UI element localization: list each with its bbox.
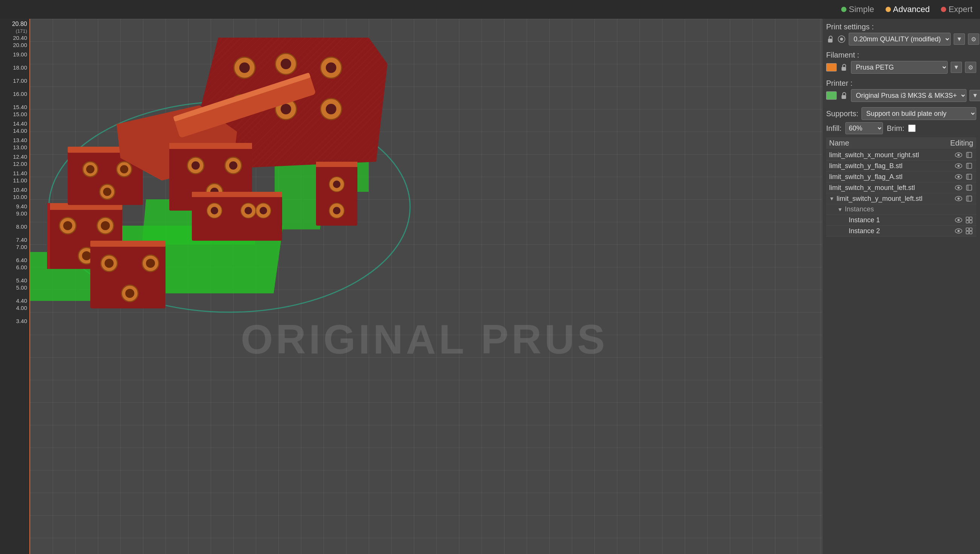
svg-point-63 bbox=[245, 207, 252, 214]
printer-lock-icon bbox=[840, 91, 848, 100]
obj-name-3: limit_switch_y_flag_A.stl bbox=[829, 173, 955, 181]
main-area: 20.80(171) 20.40 20.00 19.00 18.00 17.00… bbox=[0, 19, 980, 554]
ruler-tick-1140: 11.40 bbox=[0, 170, 29, 177]
ruler-tick-1800: 18.00 bbox=[0, 64, 29, 71]
mode-simple[interactable]: Simple bbox=[841, 5, 874, 14]
edit-icon-5[interactable] bbox=[965, 194, 973, 203]
brim-checkbox[interactable] bbox=[908, 124, 916, 132]
infill-select[interactable]: 60% bbox=[845, 122, 883, 134]
obj-actions-4 bbox=[955, 183, 973, 192]
instance-edit-icon-1[interactable] bbox=[965, 216, 973, 224]
instance-name-2: Instance 2 bbox=[849, 227, 955, 235]
svg-rect-108 bbox=[969, 228, 972, 231]
ruler-tick-1040: 10.40 bbox=[0, 186, 29, 193]
ruler-tick-600: 6.00 bbox=[0, 264, 29, 271]
eye-icon-4[interactable] bbox=[955, 183, 963, 192]
svg-rect-101 bbox=[966, 217, 969, 220]
ruler-tick-500: 5.00 bbox=[0, 284, 29, 291]
edit-icon-3[interactable] bbox=[965, 173, 973, 181]
instance-eye-icon-1[interactable] bbox=[955, 216, 963, 224]
obj-item-4[interactable]: limit_switch_x_mount_left.stl bbox=[826, 182, 976, 193]
eye-icon-1[interactable] bbox=[955, 151, 963, 159]
ruler-tick-1400: 14.00 bbox=[0, 127, 29, 134]
obj-item-1[interactable]: limit_switch_x_mount_right.stl bbox=[826, 150, 976, 161]
supports-select[interactable]: Support on build plate only bbox=[862, 107, 976, 120]
obj-actions-5 bbox=[955, 194, 973, 203]
eye-icon-2[interactable] bbox=[955, 162, 963, 170]
instance-eye-icon-2[interactable] bbox=[955, 227, 963, 235]
svg-point-15 bbox=[82, 251, 91, 260]
ruler-tick-800: 8.00 bbox=[0, 223, 29, 230]
mode-advanced[interactable]: Advanced bbox=[886, 5, 930, 14]
obj-item-2[interactable]: limit_switch_y_flag_B.stl bbox=[826, 161, 976, 172]
ruler-tick-1240: 12.40 bbox=[0, 153, 29, 160]
right-panel: Print settings : 0.20mm QUALITY (modifie… bbox=[822, 19, 980, 554]
svg-point-92 bbox=[958, 186, 960, 189]
top-bar: Simple Advanced Expert bbox=[0, 0, 980, 19]
instances-header: ▼ Instances bbox=[826, 204, 976, 215]
ruler-tick-2080: 20.80(171) bbox=[0, 21, 29, 34]
obj-name-2: limit_switch_y_flag_B.stl bbox=[829, 162, 955, 170]
printer-row: Original Prusa i3 MK3S & MK3S+ ▼ ⚙ bbox=[826, 89, 976, 102]
svg-rect-9 bbox=[47, 203, 50, 269]
obj-name-4: limit_switch_x_mount_left.stl bbox=[829, 184, 955, 192]
svg-rect-59 bbox=[192, 192, 282, 197]
3d-viewport[interactable]: ORIGINAL PRUS bbox=[30, 19, 822, 554]
editing-col-header: Editing bbox=[943, 139, 973, 147]
printer-dropdown[interactable]: ▼ bbox=[969, 90, 980, 101]
svg-point-53 bbox=[191, 161, 200, 170]
object-list: limit_switch_x_mount_right.stl limit_swi… bbox=[826, 150, 976, 237]
print-quality-row: 0.20mm QUALITY (modified) ▼ ⚙ bbox=[826, 33, 976, 46]
instance-item-2[interactable]: Instance 2 bbox=[826, 226, 976, 237]
edit-icon-1[interactable] bbox=[965, 151, 973, 159]
svg-point-69 bbox=[333, 180, 341, 188]
y-ruler: 20.80(171) 20.40 20.00 19.00 18.00 17.00… bbox=[0, 19, 30, 554]
svg-point-23 bbox=[103, 188, 112, 196]
ruler-tick-1700: 17.00 bbox=[0, 78, 29, 84]
ruler-tick-1540: 15.40 bbox=[0, 104, 29, 110]
svg-point-65 bbox=[260, 207, 267, 214]
svg-rect-51 bbox=[169, 143, 252, 149]
edit-icon-2[interactable] bbox=[965, 162, 973, 170]
print-quality-select[interactable]: 0.20mm QUALITY (modified) bbox=[849, 33, 951, 46]
object-list-header: Name Editing bbox=[826, 137, 976, 149]
obj-item-5[interactable]: ▼ limit_switch_y_mount_left.stl bbox=[826, 193, 976, 204]
svg-rect-25 bbox=[90, 241, 166, 247]
3d-scene: ORIGINAL PRUS bbox=[30, 19, 822, 554]
svg-rect-109 bbox=[966, 231, 969, 234]
ruler-tick-1440: 14.40 bbox=[0, 120, 29, 127]
eye-icon-3[interactable] bbox=[955, 173, 963, 181]
print-settings-options[interactable]: ⚙ bbox=[968, 33, 979, 45]
filament-select[interactable]: Prusa PETG bbox=[851, 61, 948, 74]
svg-rect-107 bbox=[966, 228, 969, 231]
svg-rect-97 bbox=[966, 196, 972, 201]
supports-row: Supports: Support on build plate only bbox=[826, 107, 976, 120]
filament-row: Prusa PETG ▼ ⚙ bbox=[826, 61, 976, 74]
advanced-dot bbox=[886, 7, 891, 12]
svg-point-35 bbox=[239, 62, 250, 73]
print-settings-dropdown[interactable]: ▼ bbox=[954, 33, 965, 45]
ruler-tick-940: 9.40 bbox=[0, 203, 29, 210]
filament-options[interactable]: ⚙ bbox=[965, 62, 976, 73]
instance-item-1[interactable]: Instance 1 bbox=[826, 215, 976, 226]
filament-dropdown[interactable]: ▼ bbox=[951, 62, 962, 73]
ruler-tick-1000: 10.00 bbox=[0, 194, 29, 200]
printer-select[interactable]: Original Prusa i3 MK3S & MK3S+ bbox=[851, 89, 966, 102]
svg-point-21 bbox=[120, 165, 128, 174]
obj-item-3[interactable]: limit_switch_y_flag_A.stl bbox=[826, 172, 976, 182]
svg-rect-110 bbox=[969, 231, 972, 234]
edit-icon-4[interactable] bbox=[965, 183, 973, 192]
filament-color-swatch bbox=[826, 63, 837, 72]
print-settings-section: Print settings : 0.20mm QUALITY (modifie… bbox=[826, 22, 976, 48]
svg-point-27 bbox=[105, 259, 114, 268]
svg-point-61 bbox=[211, 207, 218, 214]
printer-section: Printer : Original Prusa i3 MK3S & MK3S+… bbox=[826, 79, 976, 104]
ruler-tick-740: 7.40 bbox=[0, 237, 29, 243]
mode-expert[interactable]: Expert bbox=[941, 5, 972, 14]
ruler-tick-1100: 11.00 bbox=[0, 177, 29, 183]
svg-point-84 bbox=[958, 165, 960, 167]
instance-edit-icon-2[interactable] bbox=[965, 227, 973, 235]
svg-rect-104 bbox=[969, 220, 972, 223]
eye-icon-5[interactable] bbox=[955, 194, 963, 203]
filament-label: Filament : bbox=[826, 51, 976, 59]
